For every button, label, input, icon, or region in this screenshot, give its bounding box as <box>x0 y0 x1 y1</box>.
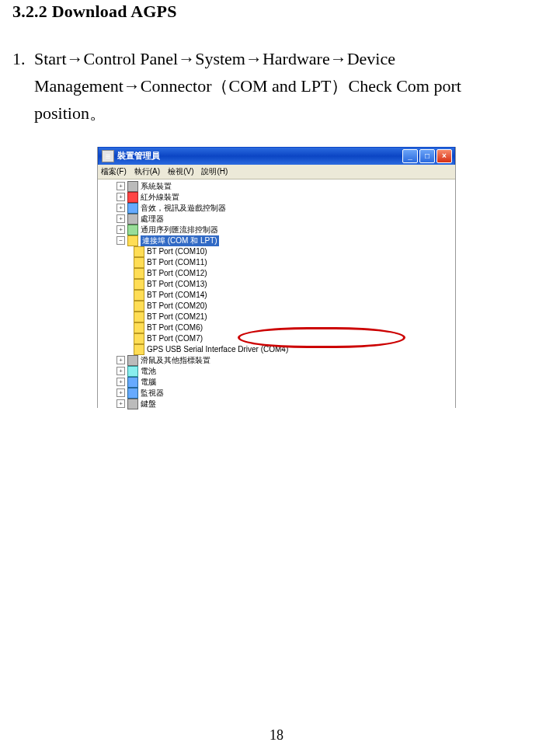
tree-label: BT Port (COM20) <box>147 301 207 312</box>
tree-label: BT Port (COM21) <box>147 312 207 322</box>
device-manager-window: ≡ 裝置管理員 _ □ × 檔案(F) 執行(A) 檢視(V) 說明(H) + … <box>97 147 456 408</box>
tree-label: 滑鼠及其他指標裝置 <box>141 355 210 366</box>
window-title: 裝置管理員 <box>117 150 160 162</box>
expander-icon[interactable]: + <box>117 204 125 212</box>
menu-file[interactable]: 檔案(F) <box>101 166 127 177</box>
tree-label: BT Port (COM6) <box>147 322 203 333</box>
step-number: 1. <box>12 45 34 72</box>
battery-icon <box>127 366 138 377</box>
port-icon <box>134 279 144 290</box>
tree-item[interactable]: + 通用序列匯流排控制器 <box>103 225 455 235</box>
port-icon <box>134 290 144 301</box>
tree-item[interactable]: BT Port (COM13) <box>103 279 455 290</box>
tree-item[interactable]: + 滑鼠及其他指標裝置 <box>103 355 455 366</box>
tree-label: 紅外線裝置 <box>141 192 179 203</box>
tree-item[interactable]: BT Port (COM11) <box>103 257 455 268</box>
expander-icon[interactable]: + <box>117 399 125 408</box>
tree-item[interactable]: BT Port (COM14) <box>103 290 455 301</box>
port-icon <box>134 301 144 312</box>
expander-icon[interactable]: + <box>117 367 125 375</box>
tree-label: BT Port (COM12) <box>147 268 207 279</box>
port-icon <box>134 333 144 344</box>
minimize-button[interactable]: _ <box>402 149 418 163</box>
tree-label: BT Port (COM13) <box>147 279 207 290</box>
tree-label: 系統裝置 <box>141 181 172 192</box>
tree-item[interactable]: BT Port (COM6) <box>103 322 455 333</box>
tree-item[interactable]: + 監視器 <box>103 388 455 399</box>
tree-label: 音效，視訊及遊戲控制器 <box>141 203 226 214</box>
monitor-icon <box>127 388 138 399</box>
tree-item-ports[interactable]: − 連接埠 (COM 和 LPT) <box>103 235 455 246</box>
titlebar: ≡ 裝置管理員 _ □ × <box>98 147 455 165</box>
port-icon <box>134 246 144 257</box>
tree-item[interactable]: + 紅外線裝置 <box>103 192 455 203</box>
tree-item[interactable]: + 電腦 <box>103 377 455 388</box>
menu-action[interactable]: 執行(A) <box>134 166 160 177</box>
tree-label: 處理器 <box>141 214 164 225</box>
tree-item[interactable]: BT Port (COM12) <box>103 268 455 279</box>
step-list: 1.Start→Control Panel→System→Hardware→De… <box>12 45 541 127</box>
tree-label: 鍵盤 <box>141 399 156 409</box>
expander-icon[interactable]: + <box>117 388 125 397</box>
tree-item[interactable]: + 電池 <box>103 366 455 377</box>
keyboard-icon <box>127 399 138 409</box>
device-icon <box>127 181 138 192</box>
tree-item[interactable]: BT Port (COM7) <box>103 333 455 344</box>
app-icon: ≡ <box>102 150 114 162</box>
tree-label: 通用序列匯流排控制器 <box>141 225 218 235</box>
port-icon <box>134 257 144 268</box>
tree-item-gps[interactable]: GPS USB Serial Interface Driver (COM4) <box>103 344 455 355</box>
device-icon <box>127 225 138 235</box>
tree-label: BT Port (COM11) <box>147 257 207 268</box>
ports-icon <box>127 235 138 246</box>
device-icon <box>127 214 138 225</box>
tree-item[interactable]: BT Port (COM21) <box>103 312 455 322</box>
tree-item[interactable]: + 處理器 <box>103 214 455 225</box>
tree-label: 監視器 <box>141 388 164 399</box>
port-icon <box>134 268 144 279</box>
tree-label: 電腦 <box>141 377 156 388</box>
device-icon <box>127 355 138 366</box>
menu-view[interactable]: 檢視(V) <box>168 166 193 177</box>
device-icon <box>127 192 138 203</box>
expander-icon[interactable]: + <box>117 193 125 201</box>
expander-icon[interactable]: + <box>117 378 125 386</box>
expander-icon[interactable]: − <box>117 236 125 245</box>
page-number: 18 <box>0 727 553 744</box>
device-tree: + 系統裝置 + 紅外線裝置 + 音效，視訊及遊戲控制器 + 處理器 + <box>98 179 455 409</box>
expander-icon[interactable]: + <box>117 214 125 223</box>
tree-label: BT Port (COM7) <box>147 333 203 344</box>
tree-label: BT Port (COM10) <box>147 246 207 257</box>
menu-help[interactable]: 說明(H) <box>201 166 228 177</box>
port-icon <box>134 312 144 322</box>
section-heading: 3.2.2 Download AGPS <box>12 2 553 22</box>
tree-label: BT Port (COM14) <box>147 290 207 301</box>
tree-item[interactable]: BT Port (COM10) <box>103 246 455 257</box>
tree-item[interactable]: BT Port (COM20) <box>103 301 455 312</box>
step-text: Start→Control Panel→System→Hardware→Devi… <box>34 45 531 127</box>
port-icon <box>134 322 144 333</box>
device-icon <box>127 203 138 214</box>
tree-label: GPS USB Serial Interface Driver (COM4) <box>147 344 288 355</box>
maximize-button[interactable]: □ <box>419 149 435 163</box>
computer-icon <box>127 377 138 388</box>
tree-label: 電池 <box>141 366 156 377</box>
tree-item[interactable]: + 音效，視訊及遊戲控制器 <box>103 203 455 214</box>
menubar: 檔案(F) 執行(A) 檢視(V) 說明(H) <box>98 165 455 179</box>
tree-label-selected: 連接埠 (COM 和 LPT) <box>141 235 219 246</box>
expander-icon[interactable]: + <box>117 225 125 234</box>
tree-item[interactable]: + 系統裝置 <box>103 181 455 192</box>
tree-item[interactable]: + 鍵盤 <box>103 399 455 409</box>
port-icon <box>134 344 144 355</box>
expander-icon[interactable]: + <box>117 182 125 190</box>
close-button[interactable]: × <box>436 149 452 163</box>
expander-icon[interactable]: + <box>117 356 125 364</box>
